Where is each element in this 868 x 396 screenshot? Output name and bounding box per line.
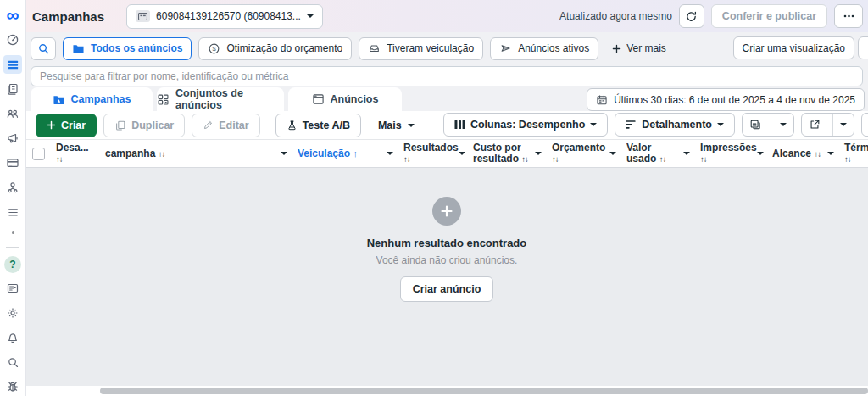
export-options-button[interactable] — [832, 114, 854, 136]
columns-label: Colunas: Desempenho — [470, 119, 585, 131]
empty-state-subtitle: Você ainda não criou anúncios. — [376, 254, 518, 266]
sidebar-item-overview[interactable] — [3, 31, 22, 49]
more-options-button[interactable] — [834, 4, 863, 28]
chevron-down-icon[interactable] — [609, 152, 616, 155]
campaigns-table-icon — [7, 59, 19, 71]
notifications-bell-icon — [6, 331, 19, 344]
flask-icon — [287, 120, 298, 131]
actions-toolbar: Criar Duplicar Editar Teste A/B Mais — [25, 111, 868, 139]
folder-icon — [53, 94, 65, 105]
tab-ads[interactable]: Anúncios — [288, 87, 402, 111]
plus-icon — [612, 44, 621, 53]
export-button[interactable] — [802, 114, 827, 136]
sidebar-item-pages[interactable] — [3, 80, 22, 98]
sidebar-item-all-tools[interactable] — [3, 203, 22, 221]
filter-search-button[interactable] — [31, 37, 56, 60]
meta-logo-icon[interactable]: ∞ — [7, 6, 19, 25]
sidebar-item-help[interactable]: ? — [4, 256, 21, 273]
search-bar — [25, 64, 868, 87]
filter-pill-label: Todos os anúncios — [91, 42, 182, 54]
chevron-down-icon[interactable] — [827, 152, 834, 155]
sidebar-item-ads-promo[interactable] — [3, 129, 22, 148]
filter-pill-budget-optimization[interactable]: $ Otimização do orçamento — [198, 37, 352, 60]
see-more-filters-button[interactable]: Ver mais — [612, 42, 666, 54]
plus-icon — [47, 120, 56, 130]
reports-icon — [749, 119, 761, 131]
tab-label: Campanhas — [71, 93, 131, 105]
edit-button[interactable]: Editar — [192, 114, 259, 137]
chevron-down-icon[interactable] — [757, 152, 764, 155]
sort-arrows-icon[interactable]: ↑↓ — [844, 154, 851, 164]
search-input[interactable] — [31, 66, 863, 86]
account-selector[interactable]: 609084139126570 (60908413... — [126, 4, 323, 29]
column-header-reach[interactable]: Alcance ↑↓ — [767, 140, 839, 167]
sort-arrows-icon[interactable]: ↑↓ — [700, 154, 707, 164]
dollar-circle-icon: $ — [208, 42, 220, 55]
sort-arrows-icon[interactable]: ↑↓ — [552, 154, 559, 164]
chevron-down-icon[interactable] — [387, 152, 393, 155]
search-icon — [37, 42, 50, 55]
chevron-down-icon[interactable] — [535, 152, 542, 155]
tab-label: Conjuntos de anúncios — [175, 87, 284, 111]
sort-arrows-icon[interactable]: ↑↓ — [659, 154, 666, 164]
date-range-selector[interactable]: Últimos 30 dias: 6 de out de 2025 a 4 de… — [587, 88, 865, 111]
column-header-amount-spent[interactable]: Valor usado ↑↓ — [621, 140, 695, 167]
export-icon — [809, 119, 821, 131]
sidebar-item-search[interactable] — [3, 353, 22, 371]
horizontal-scrollbar[interactable] — [100, 388, 868, 394]
sort-ascending-icon[interactable]: ↑ — [353, 148, 358, 159]
account-selector-value: 609084139126570 (60908413... — [156, 10, 301, 22]
sidebar-item-notifications[interactable] — [3, 328, 22, 347]
select-all-checkbox[interactable] — [32, 148, 45, 160]
refresh-icon — [685, 10, 698, 23]
column-header-campaign[interactable]: campanha ↑↓ — [100, 140, 292, 167]
tab-ad-sets[interactable]: Conjuntos de anúncios — [157, 87, 284, 111]
column-header-budget[interactable]: Orçamento ↑↓ — [547, 140, 621, 167]
column-header-cost-per-result[interactable]: Custo por resultado ↑↓ — [468, 140, 547, 167]
create-view-button[interactable]: Criar uma visualização — [733, 36, 854, 59]
export-button-group[interactable] — [801, 113, 854, 137]
more-menu-button[interactable]: Mais — [373, 114, 420, 137]
top-bar: Campanhas 609084139126570 (60908413... A… — [25, 0, 868, 32]
sidebar-item-automation[interactable] — [3, 178, 22, 197]
partial-button[interactable] — [861, 113, 868, 137]
chevron-down-icon[interactable] — [683, 152, 690, 155]
column-header-impressions[interactable]: Impressões ↑↓ — [695, 140, 767, 167]
sort-arrows-icon[interactable]: ↑↓ — [56, 154, 63, 164]
sidebar-item-billing[interactable] — [3, 153, 22, 172]
more-icon — [843, 14, 854, 18]
column-header-off-toggle[interactable]: Desa... ↑↓ — [51, 140, 100, 167]
refresh-button[interactable] — [679, 4, 704, 28]
reports-button[interactable] — [742, 113, 794, 137]
partial-button[interactable] — [858, 36, 868, 59]
sort-arrows-icon[interactable]: ↑↓ — [814, 149, 821, 159]
column-header-delivery[interactable]: Veiculação ↑ — [292, 140, 398, 167]
column-header-end-date[interactable]: Término ↑↓ — [839, 140, 868, 167]
tab-campaigns[interactable]: Campanhas — [31, 87, 153, 111]
create-ad-button[interactable]: Criar anúncio — [400, 276, 494, 302]
column-header-results[interactable]: Resultados ↑↓ — [398, 140, 468, 167]
sort-arrows-icon[interactable]: ↑↓ — [403, 154, 410, 164]
sidebar-item-report-bug[interactable] — [3, 377, 22, 396]
sidebar-item-campaigns[interactable] — [3, 55, 22, 74]
tab-label: Anúncios — [331, 93, 379, 105]
duplicate-button[interactable]: Duplicar — [103, 114, 185, 137]
sidebar-item-updates[interactable] — [3, 279, 22, 298]
filter-pill-all-ads[interactable]: Todos os anúncios — [63, 37, 192, 60]
pages-icon — [6, 82, 19, 96]
filter-pill-had-delivery[interactable]: Tiveram veiculação — [359, 37, 483, 60]
filter-pill-active-ads[interactable]: Anúncios ativos — [490, 37, 598, 60]
chevron-down-icon[interactable] — [281, 152, 287, 155]
sort-arrows-icon[interactable]: ↑↓ — [521, 154, 528, 164]
chevron-down-icon — [408, 124, 415, 127]
sidebar-item-audiences[interactable] — [3, 104, 22, 123]
breakdown-label: Detalhamento — [642, 119, 712, 131]
columns-button[interactable]: Colunas: Desempenho — [443, 113, 608, 137]
sort-arrows-icon[interactable]: ↑↓ — [159, 149, 165, 159]
review-and-publish-button[interactable]: Conferir e publicar — [711, 4, 827, 28]
sidebar-item-settings[interactable] — [3, 304, 22, 322]
chevron-down-icon[interactable] — [459, 152, 465, 155]
ab-test-button[interactable]: Teste A/B — [275, 114, 361, 137]
breakdown-button[interactable]: Detalhamento — [615, 113, 735, 137]
create-button[interactable]: Criar — [36, 114, 97, 137]
